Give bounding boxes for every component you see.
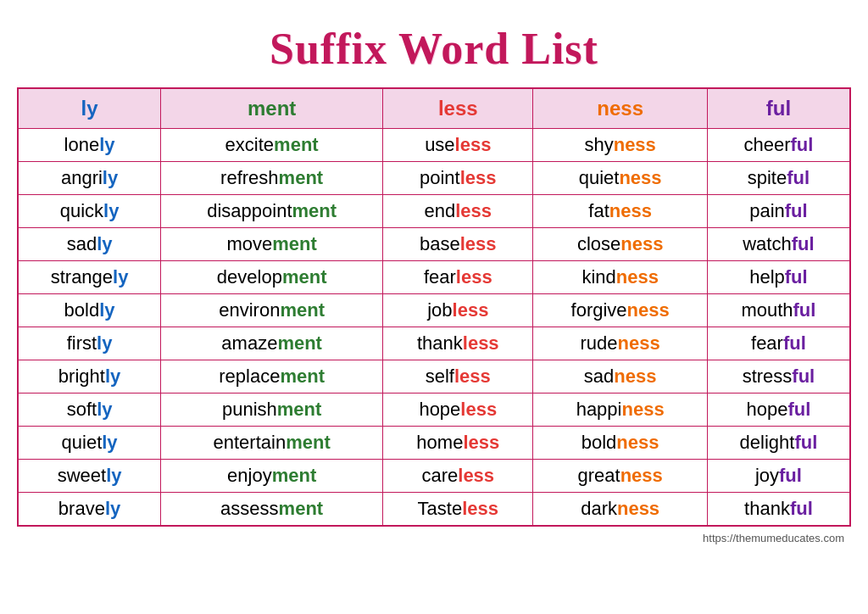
word-suffix: less: [453, 299, 489, 321]
word-suffix: less: [460, 399, 497, 420]
cell-ment-4: development: [161, 261, 383, 294]
word-suffix: ment: [272, 465, 317, 486]
table-row: quicklydisappointmentendlessfatnesspainf…: [18, 195, 850, 228]
table-row: boldlyenvironmentjoblessforgivenessmouth…: [18, 294, 850, 327]
page-title: Suffix Word List: [8, 24, 860, 74]
word-base: spite: [748, 167, 787, 188]
cell-ly-8: softly: [18, 394, 161, 427]
word-suffix: ly: [105, 498, 120, 519]
word-suffix: ful: [785, 266, 808, 287]
word-suffix: ment: [274, 134, 319, 155]
word-base: dark: [581, 498, 617, 519]
word-base: enjoy: [227, 465, 272, 486]
column-header-ful: ful: [707, 88, 850, 129]
cell-ness-11: darkness: [533, 493, 708, 527]
word-base: quiet: [62, 432, 103, 453]
table-row: bravelyassessmentTastelessdarknessthankf…: [18, 493, 850, 527]
word-suffix: ness: [621, 399, 664, 420]
word-base: happi: [576, 399, 622, 420]
cell-ness-2: fatness: [533, 195, 708, 228]
table-row: brightlyreplacementselflesssadnessstress…: [18, 360, 850, 394]
word-suffix: ful: [792, 366, 815, 387]
cell-ly-9: quietly: [18, 427, 161, 460]
word-suffix: less: [454, 366, 491, 387]
word-base: excite: [225, 134, 274, 155]
cell-less-7: selfless: [383, 360, 533, 394]
word-base: pain: [749, 200, 785, 221]
word-suffix: ly: [97, 332, 112, 354]
table-row: firstlyamazementthanklessrudenessfearful: [18, 327, 850, 360]
table-row: angrilyrefreshmentpointlessquietnessspit…: [18, 162, 850, 195]
cell-ness-3: closeness: [533, 228, 708, 261]
word-base: bold: [581, 432, 617, 453]
word-suffix: ment: [279, 498, 324, 519]
word-base: joy: [755, 465, 779, 486]
cell-less-10: careless: [383, 460, 533, 493]
table-row: sadlymovementbaselessclosenesswatchful: [18, 228, 850, 261]
cell-ment-9: entertainment: [161, 427, 383, 460]
cell-ful-1: spiteful: [707, 162, 850, 195]
cell-less-4: fearless: [383, 261, 533, 294]
cell-ness-5: forgiveness: [533, 294, 708, 327]
cell-ful-3: watchful: [707, 228, 850, 261]
word-suffix: ly: [97, 399, 112, 420]
cell-ful-2: painful: [707, 195, 850, 228]
word-base: cheer: [743, 134, 790, 155]
word-suffix: ment: [282, 266, 327, 287]
word-base: fear: [751, 332, 783, 354]
word-base: entertain: [214, 432, 287, 453]
cell-ment-10: enjoyment: [161, 460, 383, 493]
word-base: use: [425, 134, 454, 155]
word-suffix: ly: [113, 266, 128, 287]
suffix-word-table: lymentlessnessful lonelyexcitementuseles…: [17, 87, 851, 527]
word-suffix: ly: [99, 299, 114, 321]
word-suffix: ly: [105, 366, 120, 387]
word-suffix: less: [462, 498, 498, 519]
word-suffix: ful: [787, 399, 810, 420]
word-suffix: ment: [292, 200, 337, 221]
cell-less-9: homeless: [383, 427, 533, 460]
word-suffix: ful: [779, 465, 802, 486]
word-base: close: [577, 233, 620, 254]
cell-ly-6: firstly: [18, 327, 161, 360]
footer-url: https://themumeducates.com: [8, 532, 860, 544]
column-header-less: less: [383, 88, 533, 129]
cell-less-3: baseless: [383, 228, 533, 261]
word-suffix: ly: [106, 465, 121, 486]
cell-ly-5: boldly: [18, 294, 161, 327]
word-base: bright: [58, 366, 105, 387]
cell-ment-0: excitement: [161, 129, 383, 162]
cell-ly-1: angrily: [18, 162, 161, 195]
word-base: sweet: [58, 465, 106, 486]
word-base: delight: [740, 432, 795, 453]
word-base: punish: [222, 399, 277, 420]
cell-ment-3: movement: [161, 228, 383, 261]
word-suffix: ful: [793, 299, 816, 321]
word-base: develop: [217, 266, 282, 287]
word-suffix: less: [455, 134, 492, 155]
cell-ness-8: happiness: [533, 394, 708, 427]
cell-ness-6: rudeness: [533, 327, 708, 360]
cell-less-2: endless: [383, 195, 533, 228]
cell-ment-1: refreshment: [161, 162, 383, 195]
word-suffix: ment: [272, 233, 317, 254]
word-base: shy: [584, 134, 613, 155]
cell-ly-2: quickly: [18, 195, 161, 228]
word-suffix: less: [460, 233, 497, 254]
word-base: Taste: [418, 498, 463, 519]
cell-ful-5: mouthful: [707, 294, 850, 327]
word-base: bold: [64, 299, 100, 321]
word-base: amaze: [221, 332, 277, 354]
cell-ful-0: cheerful: [707, 129, 850, 162]
word-base: stress: [743, 366, 793, 387]
table-row: sweetlyenjoymentcarelessgreatnessjoyful: [18, 460, 850, 493]
word-suffix: ful: [792, 233, 815, 254]
word-base: disappoint: [207, 200, 292, 221]
word-suffix: ful: [785, 200, 808, 221]
word-base: strange: [51, 266, 113, 287]
cell-ful-9: delightful: [707, 427, 850, 460]
word-base: home: [416, 432, 463, 453]
cell-ly-3: sadly: [18, 228, 161, 261]
word-base: assess: [220, 498, 278, 519]
cell-ment-11: assessment: [161, 493, 383, 527]
